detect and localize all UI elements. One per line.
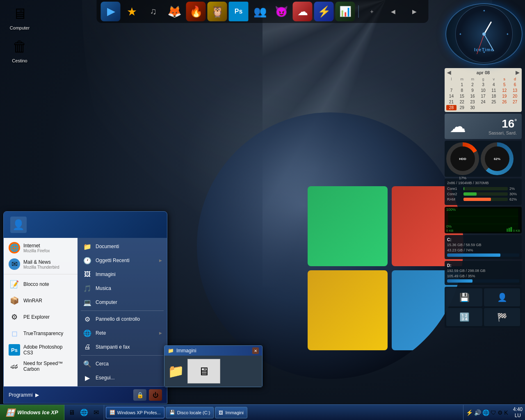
- dock-music[interactable]: ♫: [144, 2, 163, 21]
- dock-add[interactable]: +: [362, 2, 382, 21]
- dock-chart[interactable]: 📊: [336, 2, 355, 21]
- task-immagini[interactable]: 🖼 Immagini: [215, 407, 247, 418]
- ql-email[interactable]: ✉: [91, 407, 102, 418]
- misc-hdd-icon[interactable]: 💾: [446, 288, 482, 306]
- tray-icon-2[interactable]: 🔊: [474, 409, 481, 416]
- blocco-note-icon: 📝: [9, 278, 20, 290]
- cal-day-29[interactable]: 29: [457, 105, 467, 110]
- nfs-icon: 🏎: [9, 361, 20, 372]
- desktop-icon-cestino-label: Cestino: [12, 58, 27, 63]
- menu-right-immagini[interactable]: 🖼 Immagini: [78, 267, 167, 281]
- start-lock-button[interactable]: 🔒: [133, 389, 146, 401]
- cal-day-4[interactable]: 4: [488, 82, 499, 87]
- tray-icon-3[interactable]: 🌐: [482, 409, 489, 416]
- dock-media-player[interactable]: ▶: [101, 2, 121, 21]
- cal-prev[interactable]: ◀: [447, 70, 451, 75]
- menu-internet[interactable]: 🌐 Internet Mozilla Firefox: [4, 240, 78, 256]
- cal-day-17[interactable]: 17: [478, 94, 488, 99]
- cal-day-28-today[interactable]: 28: [446, 105, 457, 110]
- cal-day-19[interactable]: 19: [499, 94, 509, 99]
- dock-photoshop[interactable]: Ps: [229, 2, 249, 21]
- menu-right-musica[interactable]: 🎵 Musica: [78, 281, 167, 295]
- misc-user-icon[interactable]: 👤: [484, 288, 520, 306]
- menu-right-pannello[interactable]: ⚙ Pannello di controllo: [78, 312, 167, 326]
- dock-claw[interactable]: ☁: [293, 2, 313, 21]
- cal-day-12[interactable]: 12: [499, 88, 509, 93]
- cal-next[interactable]: ▶: [516, 70, 519, 75]
- footer-programmi[interactable]: Programmi ▶: [9, 392, 39, 398]
- cpu-core2-track: [463, 192, 508, 196]
- cal-day-3[interactable]: 3: [478, 82, 488, 87]
- start-logo: 🪟: [6, 408, 15, 417]
- dock-devil[interactable]: 😈: [272, 2, 291, 21]
- menu-nfs[interactable]: 🏎 Need for Speed™ Carbon: [4, 358, 78, 374]
- misc-calc-icon[interactable]: 🔢: [446, 308, 482, 326]
- disk-gauge: HDD 17%: [446, 142, 479, 175]
- cal-day-2[interactable]: 2: [468, 82, 478, 87]
- menu-right-documenti[interactable]: 📁 Documenti: [78, 240, 167, 253]
- immagini-close-btn[interactable]: ✕: [252, 347, 259, 354]
- menu-right-computer[interactable]: 💻 Computer: [78, 295, 167, 309]
- menu-truetransparency[interactable]: ◻ TrueTransparency: [4, 325, 78, 342]
- cal-day-15[interactable]: 15: [457, 94, 467, 99]
- cal-day-14[interactable]: 14: [446, 94, 457, 99]
- dock-msn[interactable]: 👥: [250, 2, 270, 21]
- cal-day-22[interactable]: 22: [457, 99, 467, 105]
- cal-day-26[interactable]: 26: [499, 99, 509, 105]
- desktop-icon-computer[interactable]: 🖥 Computer: [3, 4, 36, 30]
- clock-6: ✦: [483, 50, 486, 54]
- taskbar-tasks: 🪟 Windows XP Profes... 💾 Disco locale (C…: [104, 405, 463, 420]
- dock-next[interactable]: ▶: [405, 2, 425, 21]
- menu-winrar[interactable]: 📦 WinRAR: [4, 292, 78, 309]
- cal-day-30[interactable]: 30: [468, 105, 478, 110]
- cal-day-18[interactable]: 18: [488, 94, 499, 99]
- task-xp-prof[interactable]: 🪟 Windows XP Profes...: [106, 407, 164, 418]
- menu-right-cerca[interactable]: 🔍 Cerca: [78, 357, 167, 371]
- task-immagini-label: Immagini: [225, 410, 244, 415]
- cal-day-empty1: [446, 82, 457, 87]
- dock-owl[interactable]: 🦉: [208, 2, 227, 21]
- cal-day-8[interactable]: 8: [457, 88, 467, 93]
- cal-day-11[interactable]: 11: [488, 88, 499, 93]
- menu-right-rete[interactable]: 🌐 Rete: [78, 326, 167, 340]
- tray-icon-1[interactable]: ⚡: [466, 409, 473, 416]
- tray-icon-4[interactable]: 🛡: [491, 409, 496, 416]
- misc-flag-icon[interactable]: 🏁: [484, 308, 520, 326]
- cal-day-9[interactable]: 9: [468, 88, 478, 93]
- start-power-button[interactable]: ⏻: [149, 389, 162, 401]
- cal-day-6[interactable]: 6: [510, 82, 520, 87]
- menu-photoshop[interactable]: Ps Adobe Photoshop CS3: [4, 342, 78, 358]
- dock-prev[interactable]: ◀: [383, 2, 403, 21]
- start-button[interactable]: 🪟 Windows Ice XP: [0, 405, 64, 420]
- cal-day-25[interactable]: 25: [488, 99, 499, 105]
- cal-day-16[interactable]: 16: [468, 94, 478, 99]
- menu-right-oggetti-recenti[interactable]: 🕐 Oggetti Recenti: [78, 253, 167, 267]
- menu-right-esegui[interactable]: ▶ Esegui...: [78, 371, 167, 385]
- cal-day-24[interactable]: 24: [478, 99, 488, 105]
- menu-right-stampanti[interactable]: 🖨 Stampanti e fax: [78, 340, 167, 354]
- desktop-icon-cestino[interactable]: 🗑 Cestino: [3, 37, 36, 63]
- ql-show-desktop[interactable]: 🖥: [66, 407, 78, 418]
- menu-pe-explorer[interactable]: ⚙ PE Explorer: [4, 309, 78, 325]
- cal-day-5[interactable]: 5: [499, 82, 509, 87]
- net-upload: 0 KB: [513, 229, 520, 233]
- cal-day-23[interactable]: 23: [468, 99, 478, 105]
- cal-day-21[interactable]: 21: [446, 99, 457, 105]
- tray-icon-6[interactable]: K: [504, 409, 508, 416]
- menu-blocco-note[interactable]: 📝 Blocco note: [4, 276, 78, 292]
- ql-browser[interactable]: 🌐: [78, 407, 90, 418]
- task-disco-locale[interactable]: 💾 Disco locale (C:): [166, 407, 214, 418]
- cal-day-20[interactable]: 20: [510, 94, 520, 99]
- cpu-core2-value: 30%: [509, 192, 519, 196]
- cal-day-27[interactable]: 27: [510, 99, 520, 105]
- cal-day-1[interactable]: 1: [457, 82, 467, 87]
- dock-lightning[interactable]: ⚡: [314, 2, 334, 21]
- dock-bird[interactable]: 🔥: [186, 2, 206, 21]
- tray-icon-5[interactable]: ⚙: [498, 409, 503, 416]
- dock-firefox[interactable]: 🦊: [165, 2, 185, 21]
- cal-day-13[interactable]: 13: [510, 88, 520, 93]
- dock-star[interactable]: ★: [122, 2, 142, 21]
- cal-day-7[interactable]: 7: [446, 88, 457, 93]
- cal-day-10[interactable]: 10: [478, 88, 488, 93]
- menu-mail-news[interactable]: ✉ Mail & News Mozilla Thunderbird: [4, 256, 78, 272]
